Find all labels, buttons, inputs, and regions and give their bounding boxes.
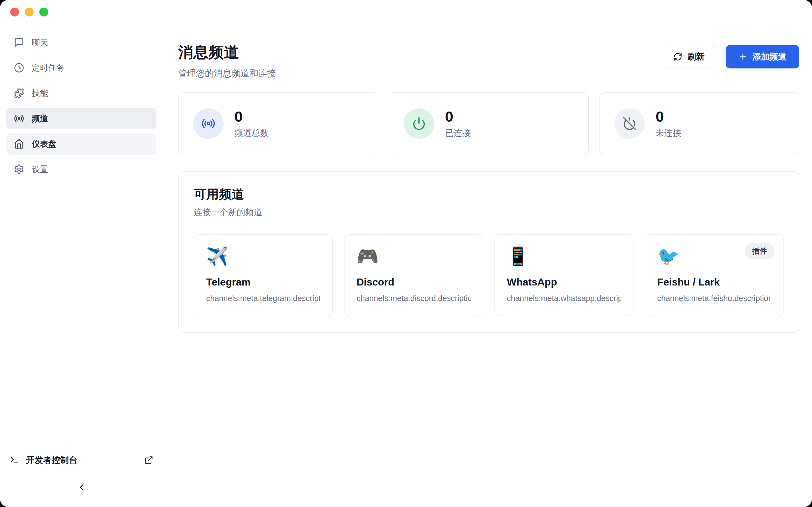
add-channel-button-label: 添加频道 [752, 51, 786, 62]
zoom-button[interactable] [39, 8, 48, 16]
chat-bubble-icon [14, 38, 24, 48]
stat-card-connected: 0 已连接 [389, 92, 589, 155]
main-content: 消息频道 管理您的消息频道和连接 刷新 添加频道 [163, 24, 812, 507]
power-icon [412, 117, 426, 130]
stat-card-disconnected: 0 未连接 [600, 92, 799, 155]
broadcast-icon [201, 117, 215, 130]
sidebar-item-settings[interactable]: 设置 [6, 158, 156, 180]
stat-value: 0 [656, 108, 681, 125]
stat-text: 0 频道总数 [235, 108, 269, 139]
stat-card-total-channels: 0 频道总数 [178, 92, 378, 155]
puzzle-icon [14, 88, 24, 98]
stats-row: 0 频道总数 0 已连接 [178, 92, 799, 155]
sidebar-item-label: 频道 [32, 113, 48, 124]
channel-name: WhatsApp [507, 276, 621, 288]
stat-label: 未连接 [656, 127, 681, 139]
channel-name: Telegram [206, 276, 320, 288]
channel-card-feishu[interactable]: 插件 🐦 Feishu / Lark channels:meta.feishu.… [645, 234, 784, 316]
stat-icon-wrap [614, 108, 645, 139]
sidebar-item-channels[interactable]: 频道 [6, 108, 156, 129]
channel-description: channels:meta.telegram.description [206, 294, 320, 303]
available-channels-subtitle: 连接一个新的频道 [194, 207, 784, 218]
terminal-icon [9, 455, 19, 465]
channel-description: channels:meta.whatsapp.description [507, 294, 621, 303]
sidebar-item-dashboard[interactable]: 仪表盘 [6, 133, 156, 155]
page-title: 消息频道 [178, 43, 276, 62]
discord-emoji-icon: 🎮 [357, 245, 471, 267]
channel-description: channels:meta.feishu.description [657, 294, 771, 303]
gear-icon [14, 164, 24, 174]
channel-card-telegram[interactable]: ✈️ Telegram channels:meta.telegram.descr… [194, 234, 333, 316]
clock-icon [14, 63, 24, 73]
sidebar-item-label: 技能 [32, 88, 48, 99]
sidebar-item-label: 聊天 [32, 37, 48, 48]
sidebar-item-chat[interactable]: 聊天 [6, 32, 156, 53]
plus-icon [739, 52, 747, 61]
channel-name: Feishu / Lark [657, 276, 771, 288]
whatsapp-emoji-icon: 📱 [507, 245, 621, 267]
stat-value: 0 [235, 108, 269, 125]
page-header: 消息频道 管理您的消息频道和连接 刷新 添加频道 [178, 43, 799, 79]
channel-card-whatsapp[interactable]: 📱 WhatsApp channels:meta.whatsapp.descri… [495, 234, 633, 316]
add-channel-button[interactable]: 添加频道 [726, 45, 799, 68]
channel-card-discord[interactable]: 🎮 Discord channels:meta.discord.descript… [344, 234, 483, 316]
page-subtitle: 管理您的消息频道和连接 [178, 67, 276, 79]
app-window: 聊天 定时任务 技能 频道 仪表盘 设置 [0, 0, 812, 507]
dev-console-label: 开发者控制台 [26, 454, 78, 466]
channel-grid: ✈️ Telegram channels:meta.telegram.descr… [194, 234, 784, 316]
channel-description: channels:meta.discord.description [357, 294, 471, 303]
sidebar-item-skills[interactable]: 技能 [6, 82, 156, 104]
stat-label: 已连接 [445, 127, 471, 139]
sidebar-spacer [6, 184, 156, 454]
refresh-button[interactable]: 刷新 [662, 45, 716, 68]
sidebar-collapse-button[interactable] [72, 478, 90, 496]
sidebar-item-scheduled-tasks[interactable]: 定时任务 [6, 57, 156, 78]
stat-value: 0 [445, 108, 471, 125]
home-icon [14, 139, 24, 149]
chevron-left-icon [77, 483, 86, 492]
dev-console-link[interactable]: 开发者控制台 [6, 454, 156, 466]
sidebar-item-label: 仪表盘 [32, 138, 56, 150]
stat-text: 0 未连接 [656, 108, 681, 139]
stat-icon-wrap [193, 108, 223, 139]
close-button[interactable] [10, 8, 19, 16]
stat-label: 频道总数 [235, 127, 269, 139]
sidebar-item-label: 设置 [32, 164, 48, 175]
telegram-emoji-icon: ✈️ [206, 245, 320, 267]
page-heading-group: 消息频道 管理您的消息频道和连接 [178, 43, 276, 79]
broadcast-icon [14, 113, 24, 124]
titlebar [0, 0, 812, 24]
available-channels-panel: 可用频道 连接一个新的频道 ✈️ Telegram channels:meta.… [178, 171, 799, 333]
channel-name: Discord [357, 276, 471, 288]
power-off-icon [623, 117, 637, 130]
refresh-button-label: 刷新 [687, 51, 705, 62]
external-link-icon [144, 456, 153, 464]
sidebar: 聊天 定时任务 技能 频道 仪表盘 设置 [0, 24, 163, 507]
sidebar-item-label: 定时任务 [32, 62, 65, 73]
header-actions: 刷新 添加频道 [662, 45, 799, 68]
stat-icon-wrap [404, 108, 434, 139]
refresh-icon [673, 52, 682, 61]
window-content: 聊天 定时任务 技能 频道 仪表盘 设置 [0, 24, 812, 507]
plugin-badge: 插件 [745, 243, 774, 259]
stat-text: 0 已连接 [445, 108, 471, 139]
minimize-button[interactable] [25, 8, 34, 16]
available-channels-title: 可用频道 [194, 186, 784, 203]
